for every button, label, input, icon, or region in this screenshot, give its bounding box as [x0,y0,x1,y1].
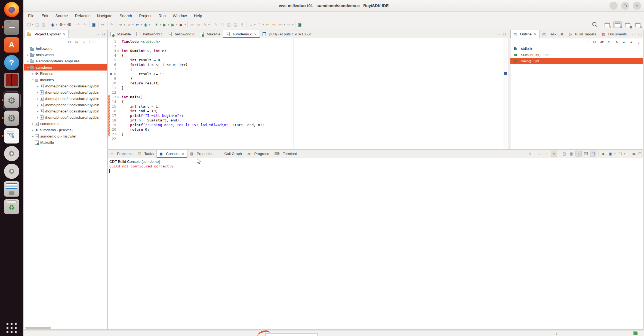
build-dropdown[interactable]: ▾ [64,23,66,26]
search-mark-icon[interactable]: ✑ [100,22,106,28]
tab-task-list[interactable]: ▤Task List [540,30,566,38]
sort-icon[interactable]: az [599,39,605,45]
trash-icon[interactable]: ♻ [4,199,19,214]
new-c-class-icon[interactable]: c+ [134,22,140,28]
display-console-icon[interactable]: ▣ [608,151,613,157]
code-editor[interactable]: 1#include <stdio.h>23⊖int Sum(int s, int… [108,38,504,148]
horizontal-scrollbar[interactable] [25,327,51,329]
tab-sumdemo-c[interactable]: csumdemo.c✕ [223,30,260,38]
new-c-folder-icon[interactable]: c+ [126,22,132,28]
tab-terminal[interactable]: ⌨Terminal [272,150,300,158]
menu-run[interactable]: Run [155,12,169,20]
tree-item-binaries[interactable]: ▸❖Binaries [24,71,107,77]
minimize-panel-icon[interactable]: ▭ [632,32,636,36]
collapse-all-icon[interactable]: ⊟ [592,39,597,45]
open-perspective-button[interactable]: + [603,22,611,28]
tree-item-sumdemo-o-riscv-le[interactable]: ▸010sumdemo.o - [riscv/le] [24,133,107,139]
close-tab-icon[interactable]: ✕ [254,32,257,36]
close-tab-icon[interactable]: ✕ [182,152,184,156]
new-cpp-item-dropdown[interactable]: ▾ [149,23,150,26]
files-icon[interactable] [4,20,19,35]
cpp-perspective-button[interactable]: C [613,21,622,28]
profile-dropdown[interactable]: ▾ [184,23,186,26]
clear-console-icon[interactable]: ⌧ [583,151,589,157]
debug-configuration-dropdown[interactable]: ▾ [56,23,57,26]
tree-item-sumdemo[interactable]: ▾Csumdemo [24,64,107,71]
help-icon[interactable]: ? [4,55,19,70]
tree-item-home-phebe-local-share-ruyi-bin[interactable]: ▸h/home/phebe/.local/share/ruyi/bin [24,89,107,96]
back-icon[interactable]: ⇦ [264,22,270,28]
debug-perspective-button[interactable]: ✶ [634,22,642,28]
debug-dropdown[interactable]: ▾ [160,23,161,26]
firefox-icon[interactable] [4,2,19,17]
tab-tasks[interactable]: ☑Tasks [135,150,156,158]
view-menu-icon[interactable]: ⋮ [99,39,105,45]
back-history-icon[interactable]: ⇦ [278,22,284,28]
run-dropdown[interactable]: ▾ [168,23,169,26]
remote-viewer-icon[interactable] [4,73,19,88]
expander-icon[interactable]: ▸ [31,135,35,138]
tab-console[interactable]: ▣Console✕ [156,150,187,158]
menu-project[interactable]: Project [135,12,155,20]
remote-console-icon[interactable]: ▣ [91,22,97,28]
menu-source[interactable]: Source [52,12,71,20]
tree-item-hello-world[interactable]: ▸Chello-world [24,52,107,58]
menu-help[interactable]: Help [190,12,206,20]
expander-icon[interactable]: ▸ [31,129,35,132]
expander-icon[interactable]: ▸ [36,85,40,88]
floppy-icon[interactable] [4,181,19,197]
tree-item-remotesystemstempfiles[interactable]: ▸RemoteSystemsTempFiles [24,58,107,64]
expander-icon[interactable]: ▸ [26,60,30,63]
run-icon[interactable]: ▶ [162,22,168,28]
outline-item-main[interactable]: main() : int [510,58,643,64]
scroll-lock-icon[interactable]: ▤ [561,151,567,157]
menu-search[interactable]: Search [116,12,135,20]
new-wizard-dropdown[interactable]: ▾ [32,23,33,26]
tree-item-home-phebe-local-share-ruyi-bin[interactable]: ▸h/home/phebe/.local/share/ruyi/bin [24,114,107,121]
link-with-editor-icon[interactable]: ⇆ [74,39,79,45]
ubuntu-software-icon[interactable]: A [4,37,19,53]
expander-icon[interactable]: ▸ [36,110,40,113]
maximize-panel-icon[interactable]: ☐ [102,32,105,36]
open-type-icon[interactable]: ▱ [196,22,202,28]
forward-icon[interactable]: ⇨ [271,22,277,28]
run-history-dropdown[interactable]: ▾ [176,23,178,26]
tree-item-sumdemo-c[interactable]: ▸csumdemo.c [24,121,107,127]
settings-icon[interactable]: ⚙ [4,93,19,108]
debug-configuration-icon[interactable]: ◉ [50,22,56,28]
menu-navigate[interactable]: Navigate [93,12,116,20]
tree-item-sumdemo-riscv-le[interactable]: ▸✸sumdemo - [riscv/le] [24,127,107,133]
open-console-icon[interactable]: ❏ [617,151,623,157]
tree-item-home-phebe-local-share-ruyi-bin[interactable]: ▸h/home/phebe/.local/share/ruyi/bin [24,83,107,89]
show-applications-icon[interactable] [7,323,17,333]
tab-build-targets[interactable]: ◎Build Targets [566,30,599,38]
maximize-panel-icon[interactable]: ☐ [503,32,506,36]
pin-console-icon[interactable]: ❑ [590,151,596,157]
activity-lock-icon[interactable]: ▦ [568,151,574,157]
profile-icon[interactable]: ▶ [178,22,184,28]
expander-icon[interactable]: ▸ [36,97,40,100]
breakpoint-marker[interactable] [504,72,507,75]
new-c-file-icon[interactable]: c+ [118,22,124,28]
minimize-panel-icon[interactable]: ▭ [497,32,500,36]
expander-icon[interactable]: ▸ [36,91,40,94]
close-tab-icon[interactable]: ✕ [534,32,537,36]
close-tab-icon[interactable]: ✕ [63,32,66,36]
open-element-icon[interactable]: ▱ [189,22,195,28]
tree-item-home-phebe-local-share-ruyi-bin[interactable]: ▸h/home/phebe/.local/share/ruyi/bin [24,102,107,108]
tweaks-icon[interactable]: ⚙ [4,111,19,126]
maximize-panel-icon[interactable]: ☐ [638,32,642,36]
tree-item-includes[interactable]: ▾▥Includes [24,77,107,83]
back-history-dropdown[interactable]: ▾ [284,23,285,26]
filter-icon[interactable]: ▽ [81,39,87,45]
show-on-change-icon[interactable]: ⇄ [551,151,557,157]
outline-item-stdio-h[interactable]: stdio.h [510,45,643,52]
hide-fields-icon[interactable]: ⊘ [606,39,612,45]
next-error-icon[interactable]: ↓ [537,151,543,157]
menu-refactor[interactable]: Refactor [71,12,93,20]
tab-makefile[interactable]: Makefile [108,30,134,38]
expander-icon[interactable]: ▾ [26,66,30,69]
pin-editor-icon[interactable]: ▣ [297,22,303,28]
hide-static-icon[interactable]: s [614,39,619,45]
overview-ruler[interactable] [504,38,507,148]
